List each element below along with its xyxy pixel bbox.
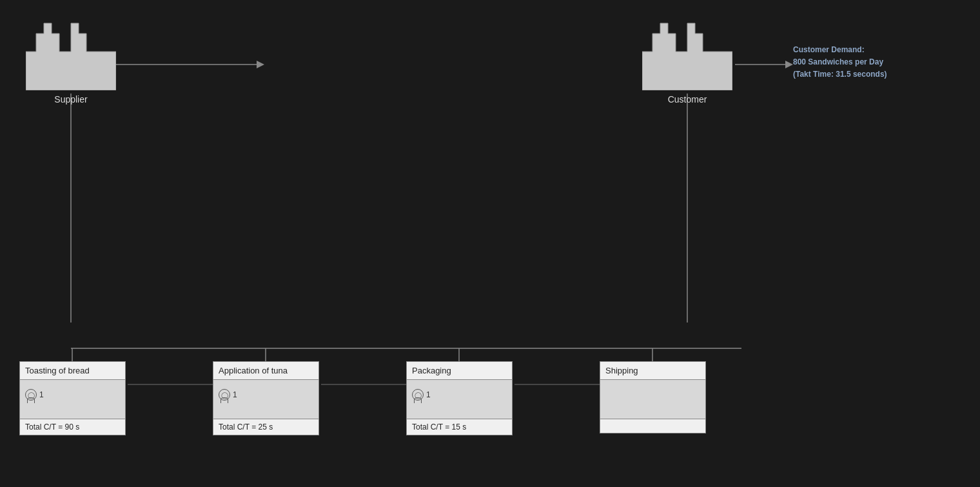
- supplier-factory: Supplier: [26, 19, 116, 104]
- process-tuna-title: Application of tuna: [213, 362, 318, 380]
- customer-factory-icon: [642, 19, 732, 90]
- process-toasting: Toasting of bread ◯ 1 Total C/T = 90 s: [19, 361, 126, 435]
- svg-marker-14: [257, 61, 264, 68]
- customer-factory: Customer: [642, 19, 732, 104]
- process-packaging-body: ◯ 1: [407, 380, 512, 419]
- process-shipping: Shipping: [600, 361, 706, 433]
- diagram-canvas: Supplier Customer Customer Demand: 800 S…: [0, 0, 980, 487]
- process-toasting-body: ◯ 1: [20, 380, 125, 419]
- process-toasting-footer: Total C/T = 90 s: [20, 419, 125, 435]
- operator-count-toasting: 1: [39, 390, 44, 399]
- process-tuna: Application of tuna ◯ 1 Total C/T = 25 s: [213, 361, 319, 435]
- demand-line1: Customer Demand:: [793, 44, 887, 56]
- demand-info-box: Customer Demand: 800 Sandwiches per Day …: [793, 44, 887, 81]
- operator-icon-packaging: ◯: [412, 389, 424, 401]
- process-packaging-operator: ◯ 1: [412, 389, 507, 401]
- svg-marker-16: [785, 61, 793, 68]
- operator-count-tuna: 1: [233, 390, 237, 399]
- operator-icon-toasting: ◯: [25, 389, 37, 401]
- process-toasting-title: Toasting of bread: [20, 362, 125, 380]
- process-shipping-footer: [600, 419, 705, 433]
- process-packaging-footer: Total C/T = 15 s: [407, 419, 512, 435]
- supplier-factory-icon: [26, 19, 116, 90]
- process-tuna-body: ◯ 1: [213, 380, 318, 419]
- process-shipping-title: Shipping: [600, 362, 705, 380]
- process-tuna-footer: Total C/T = 25 s: [213, 419, 318, 435]
- process-packaging-title: Packaging: [407, 362, 512, 380]
- operator-count-packaging: 1: [426, 390, 431, 399]
- operator-icon-tuna: ◯: [219, 389, 230, 401]
- svg-marker-18: [642, 23, 732, 90]
- svg-marker-17: [26, 23, 116, 90]
- demand-line3: (Takt Time: 31.5 seconds): [793, 68, 887, 81]
- process-toasting-operator: ◯ 1: [25, 389, 120, 401]
- process-packaging: Packaging ◯ 1 Total C/T = 15 s: [406, 361, 513, 435]
- supplier-label: Supplier: [54, 94, 87, 104]
- process-tuna-operator: ◯ 1: [219, 389, 313, 401]
- customer-label: Customer: [668, 94, 707, 104]
- process-shipping-body: [600, 380, 705, 419]
- demand-line2: 800 Sandwiches per Day: [793, 56, 887, 68]
